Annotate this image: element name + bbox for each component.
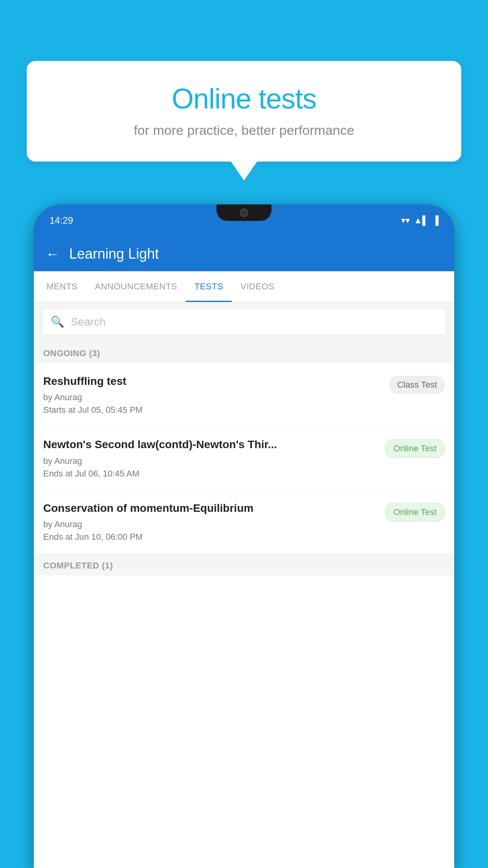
front-camera xyxy=(240,208,248,217)
promo-subtitle: for more practice, better performance xyxy=(50,123,438,138)
test-title: Reshuffling test xyxy=(43,374,382,388)
ongoing-section-header: ONGOING (3) xyxy=(34,341,454,363)
app-title: Learning Light xyxy=(69,246,159,262)
test-time: Ends at Jul 06, 10:45 AM xyxy=(43,469,377,479)
speech-bubble: Online tests for more practice, better p… xyxy=(27,61,461,162)
completed-section-header: COMPLETED (1) xyxy=(34,554,454,576)
tab-tests[interactable]: TESTS xyxy=(186,271,232,302)
test-author: by Anurag xyxy=(43,456,377,466)
test-author: by Anurag xyxy=(43,392,382,403)
status-icons: ▾▾ ▲▌ ▐ xyxy=(401,215,438,226)
test-item[interactable]: Conservation of momentum-Equilibrium by … xyxy=(34,490,454,554)
signal-icon: ▲▌ xyxy=(414,215,428,226)
back-button[interactable]: ← xyxy=(46,246,60,262)
test-title: Conservation of momentum-Equilibrium xyxy=(43,501,377,515)
promo-card: Online tests for more practice, better p… xyxy=(27,61,461,162)
status-time: 14:29 xyxy=(50,215,73,226)
test-info: Reshuffling test by Anurag Starts at Jul… xyxy=(43,374,389,415)
test-author: by Anurag xyxy=(43,519,377,530)
test-time: Starts at Jul 05, 05:45 PM xyxy=(43,405,382,415)
test-list: Reshuffling test by Anurag Starts at Jul… xyxy=(34,363,454,554)
phone-screen: MENTS ANNOUNCEMENTS TESTS VIDEOS 🔍 Searc… xyxy=(34,271,454,868)
wifi-icon: ▾▾ xyxy=(401,215,410,226)
notch xyxy=(216,204,272,221)
online-test-badge: Online Test xyxy=(385,439,445,458)
tab-ments[interactable]: MENTS xyxy=(38,271,86,302)
tab-announcements[interactable]: ANNOUNCEMENTS xyxy=(86,271,186,302)
test-item[interactable]: Reshuffling test by Anurag Starts at Jul… xyxy=(34,363,454,427)
promo-title: Online tests xyxy=(50,83,438,115)
tabs-bar: MENTS ANNOUNCEMENTS TESTS VIDEOS xyxy=(34,271,454,302)
completed-label: COMPLETED (1) xyxy=(43,561,113,570)
ongoing-label: ONGOING (3) xyxy=(43,348,100,358)
test-item[interactable]: Newton's Second law(contd)-Newton's Thir… xyxy=(34,427,454,490)
search-bar-container: 🔍 Search xyxy=(34,302,454,341)
search-placeholder: Search xyxy=(71,316,106,328)
tab-videos[interactable]: VIDEOS xyxy=(232,271,283,302)
search-bar[interactable]: 🔍 Search xyxy=(42,309,446,335)
phone-frame: 14:29 ▾▾ ▲▌ ▐ ← Learning Light MENTS ANN… xyxy=(34,204,454,868)
test-info: Conservation of momentum-Equilibrium by … xyxy=(43,501,385,542)
test-title: Newton's Second law(contd)-Newton's Thir… xyxy=(43,438,377,452)
online-test-badge-2: Online Test xyxy=(385,503,445,522)
status-bar: 14:29 ▾▾ ▲▌ ▐ xyxy=(34,204,454,237)
test-info: Newton's Second law(contd)-Newton's Thir… xyxy=(43,438,385,478)
test-time: Ends at Jun 10, 06:00 PM xyxy=(43,532,377,542)
battery-icon: ▐ xyxy=(432,215,438,226)
search-icon: 🔍 xyxy=(51,315,64,328)
app-header: ← Learning Light xyxy=(34,237,454,271)
class-test-badge: Class Test xyxy=(389,376,445,394)
